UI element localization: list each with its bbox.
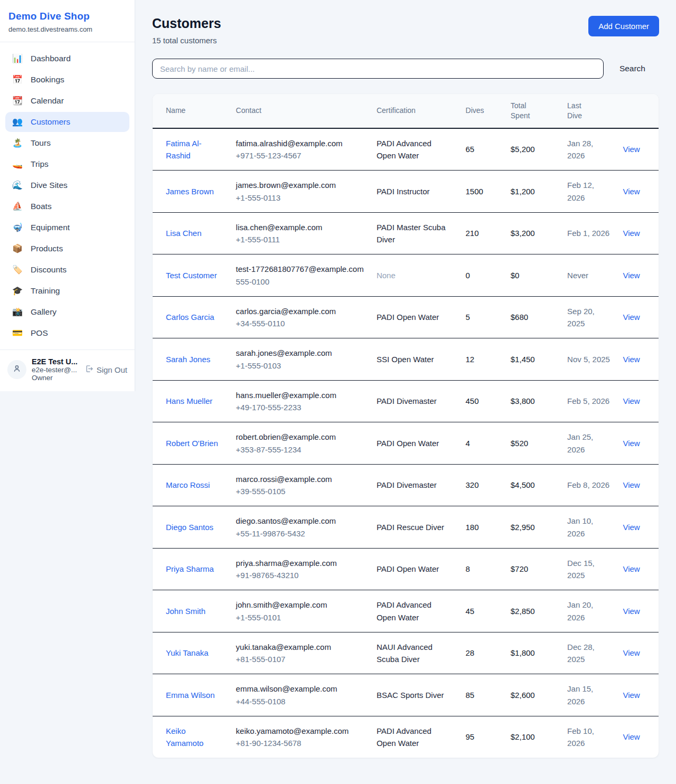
user-section: E2E Test U... e2e-tester@... Owner Sign … [0, 350, 135, 391]
customer-email: sarah.jones@example.com [236, 347, 364, 359]
total-spent: $2,950 [504, 506, 561, 548]
dives-count: 320 [459, 464, 504, 506]
dives-count: 4 [459, 422, 504, 464]
sidebar-item-customers[interactable]: 👥Customers [5, 112, 129, 132]
customer-name-link[interactable]: Yuki Tanaka [166, 648, 209, 657]
view-link[interactable]: View [623, 648, 640, 657]
customer-phone: +353-87-555-1234 [236, 443, 364, 456]
sidebar-item-products[interactable]: 📦Products [5, 239, 129, 259]
customer-name-link[interactable]: Hans Mueller [166, 396, 212, 405]
view-link[interactable]: View [623, 732, 640, 741]
customer-email: marco.rossi@example.com [236, 473, 364, 485]
search-input[interactable] [152, 59, 604, 79]
view-link[interactable]: View [623, 480, 640, 489]
sidebar-item-discounts[interactable]: 🏷️Discounts [5, 260, 129, 280]
users-icon: 👥 [12, 118, 23, 126]
view-link[interactable]: View [623, 313, 640, 322]
customer-name-link[interactable]: Diego Santos [166, 523, 213, 532]
tear-calendar-icon: 📆 [12, 97, 23, 105]
dives-count: 95 [459, 716, 504, 758]
customer-name-link[interactable]: John Smith [166, 607, 205, 616]
sidebar-item-boats[interactable]: ⛵Boats [5, 196, 129, 216]
dives-count: 65 [459, 129, 504, 171]
customer-email: yuki.tanaka@example.com [236, 641, 364, 653]
table-row: John Smithjohn.smith@example.com+1-555-0… [153, 590, 659, 632]
page-title-block: Customers 15 total customers [152, 16, 221, 45]
view-link[interactable]: View [623, 187, 640, 196]
certification-text: PADI Advanced Open Water [370, 716, 459, 758]
view-link[interactable]: View [623, 691, 640, 700]
customer-name-link[interactable]: Test Customer [166, 271, 217, 280]
sidebar-item-label: Gallery [31, 307, 57, 317]
table-row: Fatima Al-Rashidfatima.alrashid@example.… [153, 129, 659, 171]
column-header-last-dive: Last Dive [561, 94, 616, 129]
bar-chart-icon: 📊 [12, 54, 23, 63]
sidebar-item-label: Products [31, 244, 63, 253]
view-link[interactable]: View [623, 145, 640, 154]
sidebar-item-trips[interactable]: 🚤Trips [5, 154, 129, 174]
island-icon: 🏝️ [12, 139, 23, 147]
view-link[interactable]: View [623, 607, 640, 616]
sidebar-item-tours[interactable]: 🏝️Tours [5, 133, 129, 153]
sidebar-item-dashboard[interactable]: 📊Dashboard [5, 49, 129, 69]
total-spent: $4,500 [504, 464, 561, 506]
customer-name-link[interactable]: Emma Wilson [166, 691, 215, 700]
certification-text: PADI Master Scuba Diver [370, 212, 459, 254]
search-button[interactable]: Search [604, 64, 659, 73]
customer-name-link[interactable]: Priya Sharma [166, 564, 214, 573]
customer-phone: +1-555-0113 [236, 192, 364, 204]
dives-count: 450 [459, 380, 504, 422]
avatar [7, 360, 26, 379]
add-customer-button[interactable]: Add Customer [588, 16, 659, 36]
total-spent: $1,200 [504, 170, 561, 212]
view-link[interactable]: View [623, 271, 640, 280]
last-dive-date: Jan 25, 2026 [561, 422, 616, 464]
total-spent: $3,200 [504, 212, 561, 254]
sidebar-item-gallery[interactable]: 📸Gallery [5, 302, 129, 322]
customer-phone: +44-555-0108 [236, 695, 364, 707]
customer-name-link[interactable]: Robert O'Brien [166, 439, 218, 448]
customer-name-link[interactable]: Lisa Chen [166, 229, 202, 238]
sidebar-item-training[interactable]: 🎓Training [5, 281, 129, 301]
view-link[interactable]: View [623, 564, 640, 573]
customer-name-link[interactable]: Carlos Garcia [166, 313, 214, 322]
sidebar-item-pos[interactable]: 💳POS [5, 323, 129, 343]
customer-name-link[interactable]: James Brown [166, 187, 214, 196]
column-header-certification: Certification [370, 94, 459, 129]
view-link[interactable]: View [623, 396, 640, 405]
page-title: Customers [152, 16, 221, 31]
sign-out-button[interactable]: Sign Out [84, 364, 127, 375]
customer-name-link[interactable]: Fatima Al-Rashid [166, 139, 202, 160]
sidebar-item-equipment[interactable]: 🤿Equipment [5, 218, 129, 238]
customer-name-link[interactable]: Marco Rossi [166, 480, 210, 489]
customer-email: robert.obrien@example.com [236, 431, 364, 443]
customer-phone: +1-555-0101 [236, 611, 364, 624]
total-spent: $2,850 [504, 590, 561, 632]
sidebar-item-label: Bookings [31, 75, 64, 84]
view-link[interactable]: View [623, 355, 640, 364]
last-dive-date: Jan 20, 2026 [561, 590, 616, 632]
view-link[interactable]: View [623, 523, 640, 532]
view-link[interactable]: View [623, 229, 640, 238]
user-email: e2e-tester@... [32, 366, 79, 374]
dives-count: 45 [459, 590, 504, 632]
last-dive-date: Feb 5, 2026 [561, 380, 616, 422]
dives-count: 1500 [459, 170, 504, 212]
sailboat-icon: ⛵ [12, 202, 23, 211]
calendar-date-icon: 📅 [12, 75, 23, 84]
total-spent: $2,100 [504, 716, 561, 758]
user-name: E2E Test U... [32, 357, 79, 366]
dives-count: 180 [459, 506, 504, 548]
customer-name-link[interactable]: Sarah Jones [166, 355, 210, 364]
customer-name-link[interactable]: Keiko Yamamoto [166, 726, 203, 748]
sidebar-item-calendar[interactable]: 📆Calendar [5, 91, 129, 111]
customer-phone: +49-170-555-2233 [236, 401, 364, 413]
dives-count: 5 [459, 296, 504, 338]
sidebar-item-dive-sites[interactable]: 🌊Dive Sites [5, 175, 129, 195]
sidebar-item-label: Dive Sites [31, 181, 68, 190]
view-link[interactable]: View [623, 439, 640, 448]
customer-email: lisa.chen@example.com [236, 221, 364, 233]
graduation-cap-icon: 🎓 [12, 287, 23, 295]
customer-email: emma.wilson@example.com [236, 683, 364, 695]
sidebar-item-bookings[interactable]: 📅Bookings [5, 70, 129, 90]
